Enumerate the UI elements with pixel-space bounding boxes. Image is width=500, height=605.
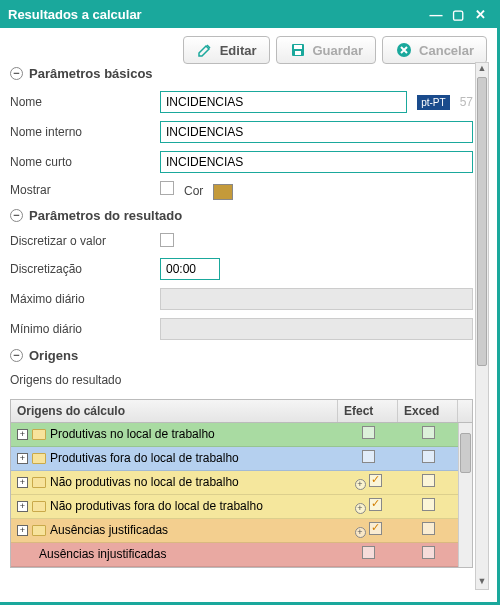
short-name-field[interactable] (160, 151, 473, 173)
efect-checkbox[interactable] (362, 426, 375, 439)
show-checkbox[interactable] (160, 181, 174, 195)
grid-header-exced[interactable]: Exced (398, 400, 458, 422)
exced-checkbox[interactable] (422, 474, 435, 487)
efect-checkbox[interactable] (369, 498, 382, 511)
record-id: 57 (460, 95, 473, 109)
table-row[interactable]: Ausências injustificadas (11, 543, 458, 567)
section-origins[interactable]: − Origens (10, 344, 473, 369)
tree-expand-icon[interactable]: + (17, 501, 28, 512)
scroll-down-icon[interactable]: ▼ (476, 576, 488, 589)
internal-name-field[interactable] (160, 121, 473, 143)
panel-scrollbar[interactable]: ▲ ▼ (475, 62, 489, 590)
table-row[interactable]: +Ausências justificadas+ (11, 519, 458, 543)
expand-control-icon[interactable]: + (355, 479, 366, 490)
folder-icon (32, 525, 46, 536)
section-result[interactable]: − Parâmetros do resultado (10, 204, 473, 229)
grid-header: Origens do cálculo Efect Exced (11, 400, 472, 423)
save-icon (289, 41, 307, 59)
row-label: Produtivas no local de trabalho (50, 427, 215, 441)
tree-expand-icon[interactable]: + (17, 429, 28, 440)
panel-scroll-thumb[interactable] (477, 77, 487, 366)
section-basic[interactable]: − Parâmetros básicos (10, 62, 473, 87)
section-origins-label: Origens (29, 348, 78, 363)
folder-icon (32, 477, 46, 488)
form-panel: − Parâmetros básicos Nome pt-PT 57 Nome … (10, 62, 473, 590)
discretize-checkbox[interactable] (160, 233, 174, 247)
grid-header-efect[interactable]: Efect (338, 400, 398, 422)
folder-icon (32, 501, 46, 512)
pencil-icon (196, 41, 214, 59)
scroll-up-icon[interactable]: ▲ (476, 63, 488, 76)
titlebar: Resultados a calcular — ▢ ✕ (0, 0, 497, 28)
show-label: Mostrar (10, 183, 160, 197)
row-label: Produtivas fora do local de trabalho (50, 451, 239, 465)
row-label: Ausências injustificadas (39, 547, 166, 561)
save-button[interactable]: Guardar (276, 36, 377, 64)
cancel-button[interactable]: Cancelar (382, 36, 487, 64)
section-basic-label: Parâmetros básicos (29, 66, 153, 81)
exced-checkbox[interactable] (422, 522, 435, 535)
close-button[interactable]: ✕ (471, 6, 489, 22)
folder-icon (32, 429, 46, 440)
collapse-icon[interactable]: − (10, 349, 23, 362)
collapse-icon[interactable]: − (10, 67, 23, 80)
row-label: Não produtivas no local de trabalho (50, 475, 239, 489)
exced-checkbox[interactable] (422, 426, 435, 439)
cancel-label: Cancelar (419, 43, 474, 58)
grid-scroll-thumb[interactable] (460, 433, 471, 473)
discretization-label: Discretização (10, 262, 160, 276)
cancel-icon (395, 41, 413, 59)
min-daily-field[interactable] (160, 318, 473, 340)
edit-button[interactable]: Editar (183, 36, 270, 64)
table-row[interactable]: +Produtivas fora do local de trabalho (11, 447, 458, 471)
max-daily-label: Máximo diário (10, 292, 160, 306)
table-row[interactable]: +Produtivas no local de trabalho (11, 423, 458, 447)
origins-result-label: Origens do resultado (10, 373, 121, 387)
table-row[interactable]: +Não produtivas no local de trabalho+ (11, 471, 458, 495)
tree-expand-icon[interactable]: + (17, 525, 28, 536)
min-daily-label: Mínimo diário (10, 322, 160, 336)
internal-name-label: Nome interno (10, 125, 160, 139)
maximize-button[interactable]: ▢ (449, 6, 467, 22)
window-title: Resultados a calcular (8, 7, 142, 22)
grid-scrollbar[interactable] (458, 423, 472, 567)
name-field[interactable] (160, 91, 407, 113)
exced-checkbox[interactable] (422, 450, 435, 463)
efect-checkbox[interactable] (369, 474, 382, 487)
discretize-label: Discretizar o valor (10, 234, 160, 248)
grid-header-origins[interactable]: Origens do cálculo (11, 400, 338, 422)
efect-checkbox[interactable] (369, 522, 382, 535)
expand-control-icon[interactable]: + (355, 527, 366, 538)
svg-rect-2 (295, 51, 301, 55)
expand-control-icon[interactable]: + (355, 503, 366, 514)
max-daily-field[interactable] (160, 288, 473, 310)
color-swatch[interactable] (213, 184, 233, 200)
color-label: Cor (184, 184, 203, 198)
section-result-label: Parâmetros do resultado (29, 208, 182, 223)
minimize-button[interactable]: — (427, 6, 445, 22)
efect-checkbox[interactable] (362, 450, 375, 463)
tree-expand-icon[interactable]: + (17, 477, 28, 488)
row-label: Não produtivas fora do local de trabalho (50, 499, 263, 513)
row-label: Ausências justificadas (50, 523, 168, 537)
exced-checkbox[interactable] (422, 498, 435, 511)
svg-rect-1 (294, 45, 302, 49)
discretization-field[interactable] (160, 258, 220, 280)
name-label: Nome (10, 95, 160, 109)
save-label: Guardar (313, 43, 364, 58)
table-row[interactable]: +Não produtivas fora do local de trabalh… (11, 495, 458, 519)
origins-grid: Origens do cálculo Efect Exced +Produtiv… (10, 399, 473, 568)
efect-checkbox[interactable] (362, 546, 375, 559)
folder-icon (32, 453, 46, 464)
exced-checkbox[interactable] (422, 546, 435, 559)
edit-label: Editar (220, 43, 257, 58)
short-name-label: Nome curto (10, 155, 160, 169)
language-badge[interactable]: pt-PT (417, 95, 449, 110)
collapse-icon[interactable]: − (10, 209, 23, 222)
tree-expand-icon[interactable]: + (17, 453, 28, 464)
